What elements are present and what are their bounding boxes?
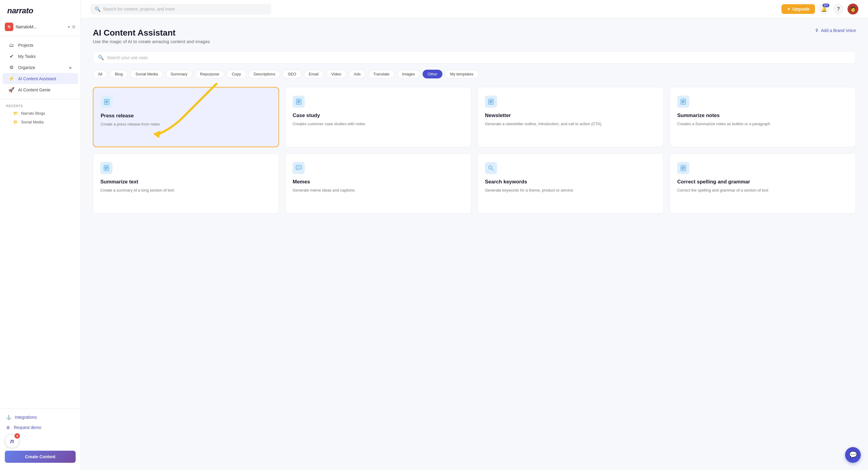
sidebar-item-my-tasks[interactable]: ✔ My Tasks: [2, 51, 78, 62]
filter-chip-images[interactable]: Images: [397, 70, 420, 79]
page-subtitle: Use the magic of AI to create amazing co…: [93, 39, 210, 44]
card-case-study[interactable]: Case study Creates customer case studies…: [285, 87, 471, 147]
filter-chip-descriptions[interactable]: Descriptions: [249, 70, 281, 79]
sidebar-label-ai-content-genie: AI Content Genie: [18, 87, 50, 92]
card-desc-correct-spelling: Correct the spelling and grammar of a se…: [677, 187, 848, 194]
sidebar-item-projects[interactable]: 🗂 Projects: [2, 40, 78, 51]
logo-container: narrato: [0, 0, 81, 20]
card-icon-press-release: [101, 96, 113, 108]
brand-voice-icon: 🎙: [815, 28, 819, 33]
narrato-blogs-label: Narrato Blogs: [21, 111, 45, 116]
sidebar-item-organize[interactable]: ⚙ Organize ▶: [2, 62, 78, 73]
sidebar-divider-mid: [0, 99, 81, 99]
card-title-memes: Memes: [293, 179, 464, 185]
card-icon-case-study: [293, 96, 305, 108]
upgrade-star-icon: ✦: [787, 7, 790, 11]
page-title: AI Content Assistant: [93, 28, 210, 38]
ai-assistant-icon: ⚡: [8, 76, 14, 82]
help-icon-btn[interactable]: ?: [833, 4, 844, 14]
card-icon-memes: [293, 162, 305, 174]
workspace-name: NarratoM...: [16, 24, 65, 29]
filter-chip-translate[interactable]: Translate: [368, 70, 395, 79]
upgrade-button[interactable]: ✦ Upgrade: [781, 4, 815, 14]
topbar: 🔍 ✦ Upgrade 🔔 277 ? 👩: [81, 0, 868, 19]
filter-chip-summary[interactable]: Summary: [165, 70, 193, 79]
sidebar-item-request-demo[interactable]: 🖥 Request demo: [0, 422, 81, 433]
card-desc-memes: Generate meme ideas and captions: [293, 187, 464, 194]
sidebar-label-ai-content-assistant: AI Content Assistant: [18, 76, 56, 81]
search-input[interactable]: [103, 7, 267, 11]
notification-count-badge: 277: [823, 4, 830, 7]
card-newsletter[interactable]: Newsletter Generate a newsletter outline…: [477, 87, 664, 147]
chat-bubble-button[interactable]: n 4: [5, 434, 19, 448]
card-title-newsletter: Newsletter: [485, 113, 656, 119]
settings-icon[interactable]: ⚙: [72, 24, 76, 29]
filter-chip-social-media[interactable]: Social Media: [130, 70, 163, 79]
use-case-search-icon: 🔍: [98, 55, 104, 60]
filter-chip-video[interactable]: Video: [326, 70, 346, 79]
filter-chip-seo[interactable]: SEO: [283, 70, 301, 79]
social-icon: 📁: [13, 120, 18, 124]
svg-rect-21: [296, 165, 301, 169]
filter-chip-copy[interactable]: Copy: [227, 70, 246, 79]
card-desc-summarize-notes: Creates a Summarize notes as bullets or …: [677, 121, 848, 127]
card-desc-summarize-text: Create a summary of a long section of te…: [100, 187, 272, 194]
use-case-search-input[interactable]: [107, 55, 851, 60]
search-icon: 🔍: [95, 6, 101, 12]
sidebar-item-ai-content-assistant[interactable]: ⚡ AI Content Assistant: [2, 73, 78, 84]
demo-icon: 🖥: [6, 425, 10, 430]
svg-point-23: [489, 166, 492, 169]
use-case-search-bar[interactable]: 🔍: [93, 51, 856, 64]
filter-chip-my-templates[interactable]: My templates: [445, 70, 478, 79]
card-summarize-notes[interactable]: Summarize notes Creates a Summarize note…: [670, 87, 856, 147]
dropdown-icon[interactable]: ▾: [68, 24, 70, 29]
cards-section: Press release Create a press release fro…: [93, 87, 856, 213]
card-title-press-release: Press release: [101, 113, 271, 119]
add-brand-voice-label: Add a Brand Voice: [821, 28, 856, 33]
filter-chip-ads[interactable]: Ads: [349, 70, 366, 79]
card-search-keywords[interactable]: Search keywords Generate keywords for a …: [477, 153, 664, 213]
svg-line-24: [492, 169, 493, 171]
organize-arrow-icon: ▶: [69, 65, 72, 70]
cards-grid-row1: Press release Create a press release fro…: [93, 87, 856, 147]
card-press-release[interactable]: Press release Create a press release fro…: [93, 87, 279, 147]
card-memes[interactable]: Memes Generate meme ideas and captions: [285, 153, 471, 213]
card-title-correct-spelling: Correct spelling and grammar: [677, 179, 848, 185]
support-chat-button[interactable]: 💬: [845, 447, 861, 463]
sidebar-bottom: ⚓ Integrations 🖥 Request demo n 4 Create…: [0, 408, 81, 470]
add-brand-voice-link[interactable]: 🎙 Add a Brand Voice: [815, 28, 856, 33]
card-desc-newsletter: Generate a newsletter outline, introduct…: [485, 121, 656, 127]
card-correct-spelling[interactable]: Correct spelling and grammar Correct the…: [670, 153, 856, 213]
sidebar-item-integrations[interactable]: ⚓ Integrations: [0, 412, 81, 422]
sidebar-item-ai-content-genie[interactable]: 🚀 AI Content Genie: [2, 84, 78, 95]
sidebar: narrato N NarratoM... ▾ ⚙ 🗂 Projects ✔ M…: [0, 0, 81, 470]
notification-badge: 4: [14, 433, 20, 439]
page-content-area: AI Content Assistant Use the magic of AI…: [81, 19, 868, 470]
filter-chip-email[interactable]: Email: [304, 70, 324, 79]
page-title-group: AI Content Assistant Use the magic of AI…: [93, 28, 210, 44]
create-content-button[interactable]: Create Content: [5, 451, 76, 463]
sidebar-item-social-media[interactable]: 📁 Social Media: [2, 118, 78, 126]
page-header: AI Content Assistant Use the magic of AI…: [93, 28, 856, 44]
user-avatar[interactable]: 👩: [847, 4, 858, 14]
projects-icon: 🗂: [8, 42, 14, 48]
filter-chip-all[interactable]: All: [93, 70, 107, 79]
filter-chip-blog[interactable]: Blog: [110, 70, 128, 79]
topbar-search[interactable]: 🔍: [90, 4, 271, 14]
cards-grid-row2: Summarize text Create a summary of a lon…: [93, 153, 856, 213]
workspace-row[interactable]: N NarratoM... ▾ ⚙: [0, 20, 81, 35]
card-title-search-keywords: Search keywords: [485, 179, 656, 185]
request-demo-label: Request demo: [14, 425, 41, 430]
chat-icon: 💬: [849, 451, 857, 459]
logo: narrato: [7, 6, 33, 16]
card-summarize-text[interactable]: Summarize text Create a summary of a lon…: [93, 153, 279, 213]
notifications-icon-btn[interactable]: 🔔 277: [818, 4, 830, 14]
card-title-summarize-text: Summarize text: [100, 179, 272, 185]
filter-chip-other[interactable]: Other: [423, 70, 443, 79]
upgrade-label: Upgrade: [792, 7, 809, 11]
card-icon-summarize-notes: [677, 96, 689, 108]
card-title-case-study: Case study: [293, 113, 464, 119]
sidebar-item-narrato-blogs[interactable]: 📁 Narrato Blogs: [2, 109, 78, 118]
filter-chip-repurpose[interactable]: Repurpose: [195, 70, 224, 79]
card-icon-newsletter: [485, 96, 497, 108]
